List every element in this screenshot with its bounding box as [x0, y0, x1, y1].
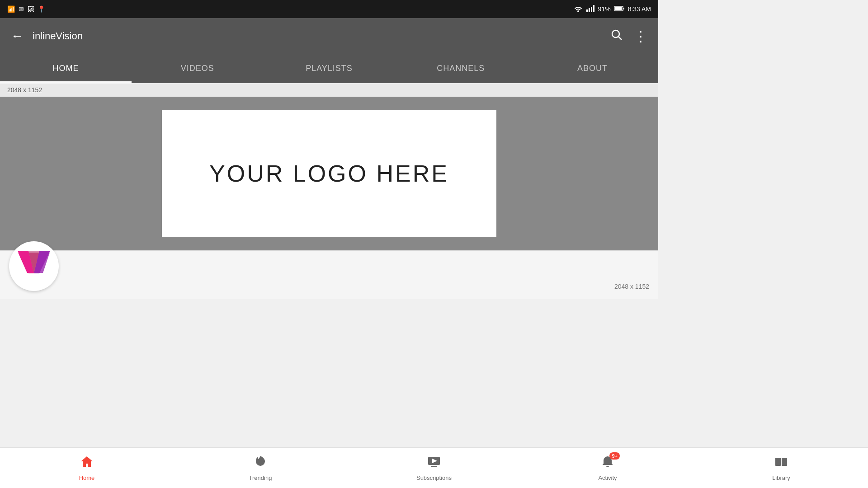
battery-icon — [614, 5, 624, 13]
svg-point-7 — [612, 30, 619, 38]
mail-icon: ✉ — [19, 5, 24, 13]
dimension-label-right: 2048 x 1152 — [614, 283, 649, 290]
tab-channels[interactable]: CHANNELS — [395, 54, 527, 83]
status-bar-left: 📶 ✉ 🖼 📍 — [7, 5, 45, 13]
app-bar-title: inlineVision — [33, 30, 611, 42]
tab-videos[interactable]: VIDEOS — [132, 54, 263, 83]
channel-info-row: 2048 x 1152 — [0, 250, 658, 299]
app-bar: ← inlineVision ⋮ — [0, 18, 658, 54]
sim-icon: 📶 — [7, 5, 15, 13]
tab-home[interactable]: HOME — [0, 54, 132, 83]
location-icon: 📍 — [38, 5, 45, 13]
svg-rect-1 — [589, 8, 590, 12]
banner-logo-box: YOUR LOGO HERE — [162, 110, 496, 237]
svg-rect-0 — [586, 9, 588, 12]
status-bar-right: 91% 8:33 AM — [574, 5, 651, 14]
svg-rect-5 — [623, 8, 624, 9]
signal-icon — [586, 5, 594, 14]
search-button[interactable] — [611, 29, 623, 44]
time-display: 8:33 AM — [628, 5, 651, 13]
tab-about[interactable]: ABOUT — [527, 54, 658, 83]
app-bar-actions: ⋮ — [611, 28, 647, 45]
tab-bar: HOME VIDEOS PLAYLISTS CHANNELS ABOUT — [0, 54, 658, 83]
wifi-icon — [574, 5, 583, 14]
svg-line-8 — [618, 37, 622, 40]
tab-playlists[interactable]: PLAYLISTS — [263, 54, 395, 83]
channel-avatar — [9, 241, 59, 291]
svg-rect-2 — [591, 7, 592, 12]
svg-rect-6 — [615, 7, 622, 10]
battery-percentage: 91% — [598, 5, 611, 13]
more-options-button[interactable]: ⋮ — [633, 28, 647, 45]
svg-rect-3 — [593, 5, 594, 12]
banner-area: YOUR LOGO HERE — [0, 97, 658, 250]
dimension-label-top: 2048 x 1152 — [0, 83, 658, 97]
back-button[interactable]: ← — [11, 29, 24, 43]
banner-logo-text: YOUR LOGO HERE — [209, 160, 449, 187]
status-bar: 📶 ✉ 🖼 📍 91% 8:33 AM — [0, 0, 658, 18]
photo-icon: 🖼 — [28, 5, 34, 13]
